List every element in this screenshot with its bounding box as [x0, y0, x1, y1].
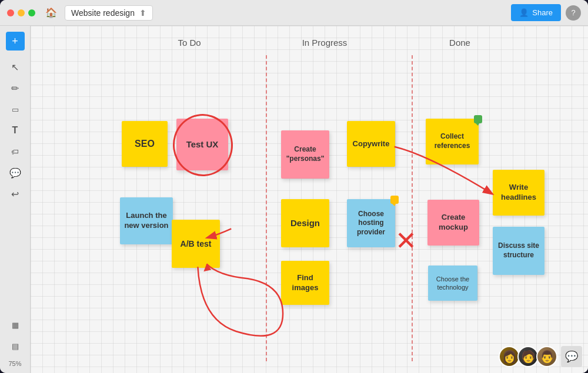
canvas[interactable]: To Do In Progress Done SEO Test UX — [31, 26, 588, 373]
chat-icon-hosting — [390, 196, 399, 204]
maximize-dot[interactable] — [28, 9, 35, 16]
undo-tool[interactable]: ↩ — [6, 184, 25, 203]
chat-button[interactable]: 💬 — [561, 346, 582, 367]
share-button[interactable]: 👤 Share — [511, 4, 561, 21]
note-write-headlines[interactable]: Write headlines — [493, 170, 544, 216]
note-discuss-site[interactable]: Discuss site structure — [493, 227, 544, 275]
avatar-2[interactable]: 🧑 — [517, 346, 539, 367]
zoom-level: 75% — [8, 360, 21, 367]
help-label: ? — [571, 8, 575, 17]
divider-2 — [412, 55, 413, 361]
note-copywrite[interactable]: Copywrite — [347, 121, 395, 167]
cursor-tool[interactable]: ↖ — [6, 58, 25, 76]
upload-icon: ⬆ — [139, 8, 146, 18]
pencil-tool[interactable]: ✏ — [6, 79, 25, 98]
titlebar: 🏠 Website redesign ⬆ 👤 Share ? — [0, 0, 588, 26]
list-view-button[interactable]: ▤ — [6, 337, 25, 355]
note-ab-test[interactable]: A/B test — [172, 220, 220, 268]
left-toolbar: + ↖ ✏ ▭ T 🏷 💬 ↩ ▦ ▤ 75% — [0, 26, 31, 373]
note-find-images[interactable]: Find images — [281, 261, 329, 305]
note-collect-refs[interactable]: Collect references — [426, 119, 479, 164]
project-name: Website redesign — [71, 8, 135, 18]
toolbar-bottom: ▦ ▤ 75% — [6, 315, 25, 367]
text-tool[interactable]: T — [6, 121, 25, 140]
note-create-mockup[interactable]: Create mockup — [427, 200, 479, 246]
add-button[interactable]: + — [6, 32, 25, 51]
done-header: Done — [419, 38, 501, 48]
rect-tool[interactable]: ▭ — [6, 100, 25, 119]
chat-tool[interactable]: 💬 — [6, 163, 25, 182]
close-dot[interactable] — [7, 9, 14, 16]
help-button[interactable]: ? — [566, 5, 581, 21]
project-name-box[interactable]: Website redesign ⬆ — [65, 5, 153, 21]
note-test-ux[interactable]: Test UX — [176, 119, 228, 170]
avatar-3[interactable]: 👨 — [536, 346, 557, 367]
chat-icon-refs — [474, 115, 482, 123]
tag-tool[interactable]: 🏷 — [6, 142, 25, 161]
traffic-lights — [7, 9, 35, 16]
note-launch[interactable]: Launch the new version — [120, 197, 173, 244]
note-choose-hosting[interactable]: Choose hosting provider — [347, 199, 395, 247]
todo-header: To Do — [148, 38, 230, 48]
main-content: + ↖ ✏ ▭ T 🏷 💬 ↩ ▦ ▤ 75% To Do In Progres… — [0, 26, 588, 373]
bottom-bar: 👩 🧑 👨 💬 — [499, 346, 582, 367]
x-mark: ✕ — [395, 226, 417, 256]
note-seo[interactable]: SEO — [122, 121, 168, 167]
avatar-1[interactable]: 👩 — [499, 346, 520, 367]
share-label: Share — [532, 8, 553, 17]
note-create-personas[interactable]: Create "personas" — [281, 130, 329, 179]
home-button[interactable]: 🏠 — [42, 4, 60, 22]
divider-1 — [266, 55, 267, 361]
in-progress-header: In Progress — [283, 38, 366, 48]
grid-view-button[interactable]: ▦ — [6, 315, 25, 334]
share-person-icon: 👤 — [519, 8, 529, 17]
note-choose-tech[interactable]: Choose the technology — [428, 266, 477, 301]
minimize-dot[interactable] — [18, 9, 25, 16]
note-design[interactable]: Design — [281, 199, 329, 247]
